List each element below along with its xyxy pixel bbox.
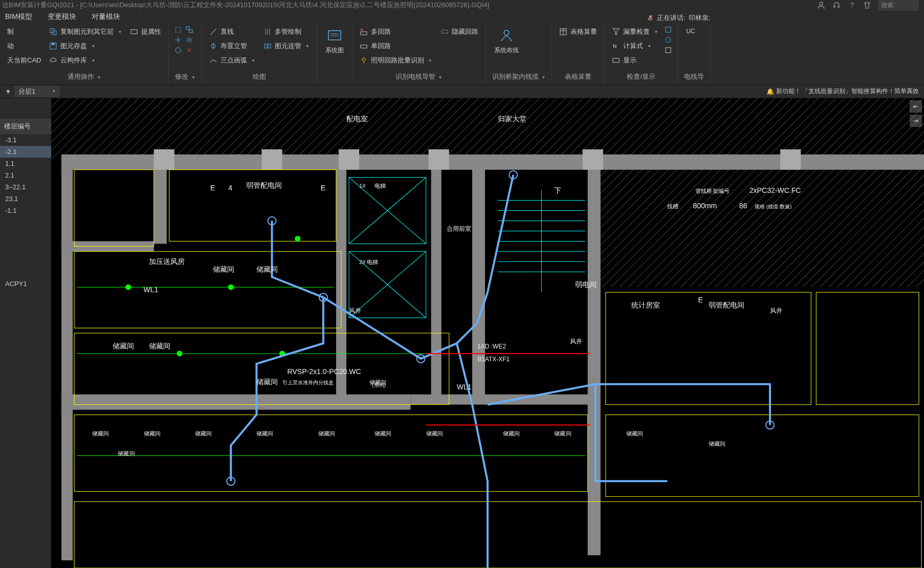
svg-text:归家大堂: 归家大堂: [498, 115, 526, 123]
check-icon-c[interactable]: [664, 46, 672, 54]
user-icon[interactable]: [817, 1, 826, 10]
btn-multi-circuit[interactable]: 多回路: [358, 26, 434, 38]
btn-place-vertical[interactable]: 布置立管: [207, 40, 257, 52]
svg-text:2xPC32-WC.FC: 2xPC32-WC.FC: [750, 186, 801, 194]
btn-cloud-lib[interactable]: 云构件库▼: [47, 54, 124, 67]
svg-text:配电室: 配电室: [346, 115, 368, 123]
mirror-icon[interactable]: [185, 36, 193, 44]
ribbon-group-draw: 直线 布置立管 三点画弧▼ 多管绘制 图元连管▼: [202, 24, 317, 84]
ribbon-group-check: 漏量检查▼ fx 计算式▼ 显示 检查/显示: [605, 24, 678, 84]
btn-wire[interactable]: UC: [683, 26, 698, 37]
svg-text:风井: 风井: [570, 338, 582, 345]
search-input[interactable]: 搜索: [878, 0, 919, 11]
check-icon-b[interactable]: [664, 36, 672, 44]
ribbon-group-general: 制 动 天当前CAD 复制图元到其它层▼ 图元存盘▼ 云构件库▼: [0, 24, 169, 84]
copy-icon: [49, 28, 57, 36]
floor-label-2[interactable]: ACPY1: [0, 278, 51, 290]
lighting-icon: [360, 56, 368, 64]
btn-line[interactable]: 直线: [207, 26, 257, 38]
btn-lighting-batch[interactable]: 照明回路批量识别▼: [358, 54, 434, 67]
svg-rect-35: [666, 48, 671, 53]
btn-system-layout[interactable]: 系统布线: [491, 26, 522, 57]
svg-rect-47: [472, 167, 485, 402]
help-icon[interactable]: ?: [847, 1, 856, 10]
svg-point-21: [361, 29, 363, 31]
btn-as-cad[interactable]: 天当前CAD: [5, 54, 43, 67]
svg-rect-5: [131, 30, 137, 34]
btn-element-connect[interactable]: 图元连管▼: [261, 40, 312, 52]
modify-icon-1[interactable]: [174, 26, 182, 34]
svg-text:风井: 风井: [349, 307, 361, 314]
btn-single-circuit[interactable]: 单回路: [358, 40, 434, 52]
svg-rect-55: [583, 149, 603, 170]
btn-move[interactable]: 动: [5, 40, 43, 52]
svg-rect-8: [189, 30, 192, 33]
svg-text:fx: fx: [613, 43, 617, 49]
modify-icon-6[interactable]: [185, 46, 193, 54]
svg-point-86: [295, 236, 300, 241]
canvas-area[interactable]: ⇤ ⇥: [51, 98, 924, 568]
floor-item[interactable]: -3.1: [0, 134, 51, 146]
svg-rect-26: [442, 30, 448, 33]
floor-item[interactable]: -2.1: [0, 146, 51, 158]
btn-save-element[interactable]: 图元存盘▼: [47, 40, 124, 52]
btn-hidden-circuit[interactable]: 隐藏回路: [438, 26, 480, 38]
svg-rect-46: [431, 167, 442, 402]
headset-icon[interactable]: [832, 1, 841, 10]
btn-multi-pipe[interactable]: 多管绘制: [261, 26, 312, 38]
svg-text:800mm: 800mm: [693, 202, 717, 210]
btn-three-point-arc[interactable]: 三点画弧▼: [207, 54, 257, 67]
btn-table-calc[interactable]: 表格算量: [557, 26, 599, 38]
main-area: 楼层编号 -3.1 -2.1 1.1 2.1 3~22.1 23.1 -1.1 …: [0, 98, 924, 568]
menu-change-module[interactable]: 变更模块: [48, 12, 76, 21]
btn-system-diagram[interactable]: 系统图: [322, 26, 347, 57]
svg-rect-6: [175, 27, 181, 32]
svg-text:储藏间: 储藏间: [256, 265, 278, 273]
svg-text:WL1: WL1: [144, 286, 159, 294]
svg-rect-23: [361, 45, 367, 48]
ribbon: 制 动 天当前CAD 复制图元到其它层▼ 图元存盘▼ 云构件库▼: [0, 24, 924, 85]
floor-item[interactable]: 23.1: [0, 193, 51, 205]
floor-item[interactable]: 1.1: [0, 158, 51, 169]
funnel-icon: [612, 28, 620, 36]
new-feature-banner[interactable]: 🔔 新功能！ 「支线批量识别」智能推算构件！简单高效: [766, 87, 924, 96]
modify-icon-2[interactable]: [185, 26, 193, 34]
title-bar: 达BIM安装计量GQI2021 - [C:\Users\ws\Desktop\大…: [0, 0, 924, 10]
floor-header: 楼层编号: [0, 119, 51, 134]
svg-text:RVSP-2x1.0-PC20.WC: RVSP-2x1.0-PC20.WC: [288, 367, 361, 376]
modify-icon-5[interactable]: [174, 46, 182, 54]
floor-item[interactable]: 3~22.1: [0, 181, 51, 193]
ribbon-group-system-layout: 系统布线 识别桥架内线缆 ▼: [486, 24, 553, 84]
svg-point-34: [666, 37, 671, 42]
btn-copy-to-other[interactable]: 复制图元到其它层▼: [47, 26, 124, 38]
svg-rect-17: [268, 44, 271, 48]
btn-display[interactable]: 显示: [610, 54, 660, 67]
floor-item[interactable]: 2.1: [0, 169, 51, 181]
multi-circuit-icon: [360, 28, 368, 36]
svg-rect-4: [52, 43, 55, 45]
svg-text:B1ATX-XF1: B1ATX-XF1: [477, 356, 510, 363]
svg-text:储藏间: 储藏间: [626, 430, 643, 436]
shirt-icon[interactable]: [863, 1, 872, 10]
svg-text:(系例): (系例): [372, 382, 386, 388]
svg-text:储藏间: 储藏间: [503, 430, 520, 436]
svg-rect-62: [74, 501, 921, 568]
check-icon-a[interactable]: [664, 26, 672, 34]
cad-drawing: 弱管配电间 配电室 归家大堂 下 1# 电梯 2# 电梯 加压送风房 储藏间 储…: [51, 98, 924, 568]
svg-rect-65: [606, 415, 919, 497]
group-title-wire: 电线导: [683, 71, 705, 82]
menu-bim-model[interactable]: BIM模型: [5, 12, 32, 21]
view-dropdown[interactable]: ▼: [2, 88, 14, 95]
display-icon: [612, 56, 620, 64]
layer-dropdown[interactable]: 分层1 ▼: [14, 86, 60, 97]
floor-item[interactable]: -1.1: [0, 205, 51, 216]
svg-text:统计房室: 统计房室: [631, 301, 660, 309]
line-icon: [209, 28, 217, 36]
btn-control[interactable]: 制: [5, 26, 43, 38]
svg-point-24: [362, 58, 365, 61]
btn-set-property[interactable]: 提属性: [128, 26, 163, 38]
btn-calculation[interactable]: fx 计算式▼: [610, 40, 660, 52]
menu-quantity-module[interactable]: 对量模块: [92, 12, 120, 21]
btn-leak-check[interactable]: 漏量检查▼: [610, 26, 660, 38]
modify-icon-3[interactable]: [174, 36, 182, 44]
